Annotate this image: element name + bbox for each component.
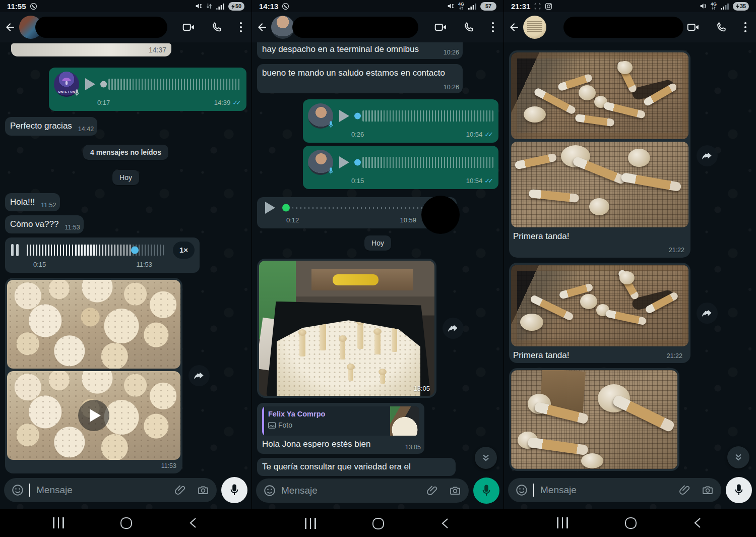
nav-back-icon[interactable]	[440, 518, 451, 529]
back-icon[interactable]	[508, 21, 520, 33]
menu-icon[interactable]	[744, 21, 747, 33]
recents-icon[interactable]	[53, 517, 64, 528]
voice-record-button[interactable]	[221, 477, 247, 503]
emoji-icon[interactable]	[263, 484, 276, 497]
video-mushroom-grow[interactable]	[7, 371, 180, 460]
voice-message-outgoing[interactable]: 0:26 10:54✓✓	[303, 99, 498, 143]
message-time: 10:54	[466, 177, 483, 185]
attach-icon[interactable]	[679, 484, 691, 496]
voice-sender-avatar[interactable]	[308, 150, 333, 175]
video-play-icon[interactable]	[78, 400, 109, 431]
forward-icon[interactable]	[188, 365, 210, 386]
photo-dried-mushrooms-tray[interactable]	[511, 52, 688, 139]
pause-icon[interactable]	[11, 244, 19, 256]
back-icon[interactable]	[4, 21, 16, 33]
back-icon[interactable]	[256, 21, 268, 33]
reply-message-incoming[interactable]: Felix Ya Comrpo Foto Hola Jona espero es…	[257, 403, 424, 453]
scroll-to-bottom-button[interactable]	[475, 447, 497, 469]
media-message-incoming-partial[interactable]	[509, 368, 679, 471]
progress-dot[interactable]	[131, 247, 139, 254]
text-message-incoming[interactable]: funciona perfecto Via Cargo y creo que e…	[257, 42, 463, 59]
voice-record-button[interactable]	[726, 477, 752, 503]
phone-left: 11:55 50	[0, 0, 252, 537]
camera-icon[interactable]	[449, 485, 462, 497]
video-call-icon[interactable]	[182, 21, 195, 34]
photo-dried-mushrooms-closeup[interactable]	[511, 370, 677, 469]
home-icon[interactable]	[625, 517, 637, 529]
android-navbar	[0, 509, 251, 537]
message-input[interactable]: Mensaje	[508, 478, 721, 502]
home-icon[interactable]	[120, 517, 132, 529]
voice-call-icon[interactable]	[211, 21, 223, 33]
attach-icon[interactable]	[174, 484, 186, 496]
voice-waveform[interactable]	[355, 109, 493, 123]
video-call-icon[interactable]	[686, 21, 700, 34]
text-message-incoming-partial[interactable]: Te quería consultar que variedad era el	[257, 458, 456, 476]
input-placeholder: Mensaje	[540, 485, 674, 496]
voice-duration: 0:17	[97, 98, 110, 107]
date-badge: Hoy	[112, 170, 139, 185]
contact-avatar[interactable]	[271, 16, 294, 39]
voice-record-button[interactable]	[473, 478, 499, 504]
voice-waveform[interactable]	[27, 244, 164, 257]
forward-icon[interactable]	[443, 318, 464, 339]
playback-speed-button[interactable]: 1×	[173, 242, 195, 259]
forward-icon[interactable]	[697, 303, 718, 324]
photo-dried-mushrooms-mesh[interactable]	[511, 142, 688, 227]
message-input[interactable]: Mensaje	[256, 479, 469, 503]
voice-sender-avatar[interactable]	[308, 103, 333, 129]
message-input[interactable]: Mensaje	[4, 478, 217, 502]
camera-icon[interactable]	[197, 484, 210, 496]
signal-icon	[720, 3, 729, 10]
recents-icon[interactable]	[305, 518, 316, 529]
video-call-icon[interactable]	[434, 21, 447, 34]
voice-sender-avatar[interactable]: ONTE FUN	[54, 72, 79, 97]
message-text: Hola Jona espero estés bien	[262, 439, 370, 449]
play-icon[interactable]	[265, 202, 275, 214]
text-message-incoming[interactable]: Hola!!! 11:52	[5, 193, 60, 211]
media-message-incoming[interactable]: 13:05	[257, 259, 436, 398]
camera-icon[interactable]	[701, 484, 714, 496]
voice-waveform[interactable]	[355, 156, 493, 169]
text-message-incoming[interactable]: Cómo va??? 11:53	[5, 215, 84, 233]
message-time: 11:52	[41, 201, 56, 210]
message-text: Te quería consultar que variedad era el	[262, 462, 411, 471]
voice-call-icon[interactable]	[716, 21, 728, 33]
voice-call-icon[interactable]	[463, 21, 475, 33]
scroll-to-bottom-button[interactable]	[727, 446, 749, 468]
mic-status-icon	[327, 120, 335, 130]
play-icon[interactable]	[85, 78, 95, 90]
photo-dried-mushrooms-tray[interactable]	[511, 265, 688, 346]
recents-icon[interactable]	[557, 517, 568, 528]
media-message-incoming[interactable]: Primera tanda! 21:22	[509, 263, 690, 363]
phone-middle: 14:13 4G 57	[252, 0, 504, 537]
media-message-incoming[interactable]: Primera tanda! 21:22	[509, 50, 690, 258]
emoji-icon[interactable]	[11, 484, 24, 497]
voice-waveform[interactable]	[281, 201, 423, 214]
forward-icon[interactable]	[697, 145, 718, 166]
photo-mushroom-tub[interactable]: 13:05	[259, 261, 434, 396]
mute-icon	[195, 2, 203, 10]
emoji-icon[interactable]	[515, 484, 528, 497]
nav-back-icon[interactable]	[693, 517, 703, 528]
voice-duration: 0:26	[351, 130, 364, 139]
photo-mushroom-grow[interactable]	[7, 280, 180, 369]
play-icon[interactable]	[339, 156, 349, 168]
play-icon[interactable]	[339, 110, 349, 122]
attach-icon[interactable]	[426, 485, 438, 497]
partial-photo-message[interactable]: 14:37	[11, 43, 171, 56]
menu-icon[interactable]	[239, 21, 242, 33]
voice-waveform[interactable]	[101, 78, 241, 91]
contact-avatar[interactable]	[523, 16, 546, 39]
menu-icon[interactable]	[491, 21, 494, 33]
text-message-incoming[interactable]: Perfecto gracias 14:42	[5, 117, 97, 135]
text-message-incoming[interactable]: bueno te mando un saludo estamos en cont…	[257, 64, 463, 93]
home-icon[interactable]	[372, 518, 384, 529]
media-message-incoming[interactable]: 11:53	[5, 278, 182, 473]
voice-message-playing[interactable]: 1× 0:15 11:53	[5, 237, 200, 273]
nav-back-icon[interactable]	[188, 517, 199, 528]
voice-message-outgoing[interactable]: ONTE FUN 0:17 14:39✓✓	[49, 68, 246, 111]
quoted-message[interactable]: Felix Ya Comrpo Foto	[262, 406, 419, 436]
voice-message-incoming[interactable]: 0:12 10:59	[257, 197, 457, 228]
voice-message-outgoing[interactable]: 0:15 10:54✓✓	[303, 146, 498, 189]
